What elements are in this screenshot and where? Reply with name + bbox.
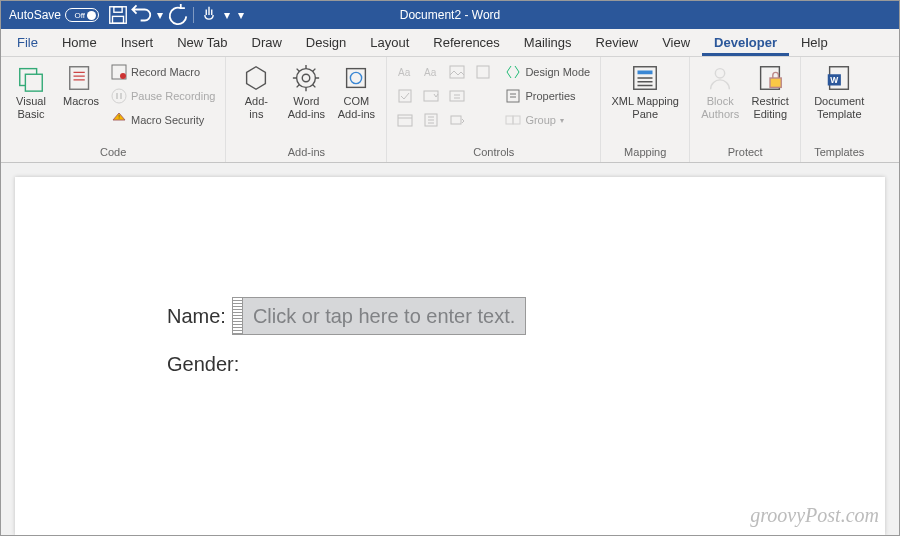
- document-template-icon: W: [824, 63, 854, 93]
- qat-separator: [193, 7, 194, 23]
- document-template-label: Document Template: [814, 95, 864, 121]
- visual-basic-icon: [16, 63, 46, 93]
- save-icon[interactable]: [107, 4, 129, 26]
- group-addins: Add- ins Word Add-ins COM Add-ins Add-in…: [226, 57, 387, 162]
- tab-insert[interactable]: Insert: [109, 30, 166, 56]
- properties-label: Properties: [525, 90, 575, 102]
- group-label-mapping: Mapping: [607, 144, 683, 160]
- properties-icon: [505, 88, 521, 104]
- record-macro-label: Record Macro: [131, 66, 200, 78]
- tab-file[interactable]: File: [5, 30, 50, 56]
- block-authors-button: Block Authors: [696, 61, 744, 123]
- tab-review[interactable]: Review: [584, 30, 651, 56]
- svg-rect-22: [398, 115, 412, 126]
- autosave-toggle[interactable]: AutoSave Off: [1, 8, 107, 22]
- properties-button[interactable]: Properties: [501, 85, 594, 107]
- touch-dropdown-icon[interactable]: ▾: [222, 4, 232, 26]
- svg-point-8: [112, 89, 126, 103]
- autosave-switch[interactable]: Off: [65, 8, 99, 22]
- content-control-handle[interactable]: [233, 298, 243, 334]
- legacy-tools-icon[interactable]: [445, 109, 469, 131]
- group-label-protect: Protect: [696, 144, 794, 160]
- group-templates: W Document Template Templates: [801, 57, 877, 162]
- macros-button[interactable]: Macros: [57, 61, 105, 110]
- tab-design[interactable]: Design: [294, 30, 358, 56]
- restrict-editing-label: Restrict Editing: [752, 95, 789, 121]
- macro-security-button[interactable]: ! Macro Security: [107, 109, 219, 131]
- svg-rect-30: [638, 71, 653, 75]
- pause-recording-button: Pause Recording: [107, 85, 219, 107]
- svg-rect-21: [450, 91, 464, 101]
- svg-rect-14: [347, 69, 366, 88]
- tab-draw[interactable]: Draw: [240, 30, 294, 56]
- tab-new[interactable]: New Tab: [165, 30, 239, 56]
- combo-control-icon[interactable]: [419, 85, 443, 107]
- plain-text-control-icon[interactable]: Aa: [419, 61, 443, 83]
- date-picker-control-icon[interactable]: [393, 109, 417, 131]
- com-addins-label: COM Add-ins: [338, 95, 375, 121]
- addins-button[interactable]: Add- ins: [232, 61, 280, 123]
- rich-text-control-icon[interactable]: Aa: [393, 61, 417, 83]
- group-code: Visual Basic Macros Record Macro Pause R…: [1, 57, 226, 162]
- svg-rect-9: [116, 93, 118, 99]
- undo-icon[interactable]: [131, 4, 153, 26]
- svg-rect-10: [120, 93, 122, 99]
- svg-point-31: [716, 69, 725, 78]
- addins-label: Add- ins: [245, 95, 268, 121]
- xml-mapping-label: XML Mapping Pane: [611, 95, 678, 121]
- document-template-button[interactable]: W Document Template: [807, 61, 871, 123]
- xml-mapping-button[interactable]: XML Mapping Pane: [607, 61, 683, 123]
- visual-basic-label: Visual Basic: [16, 95, 46, 121]
- undo-dropdown-icon[interactable]: ▾: [155, 4, 165, 26]
- building-block-control-icon[interactable]: [471, 61, 495, 83]
- restrict-editing-button[interactable]: Restrict Editing: [746, 61, 794, 123]
- record-macro-icon: [111, 64, 127, 80]
- svg-rect-5: [70, 67, 89, 90]
- tab-view[interactable]: View: [650, 30, 702, 56]
- pause-recording-icon: [111, 88, 127, 104]
- repeating-control-icon[interactable]: [419, 109, 443, 131]
- quick-access-toolbar: ▾ ▾ ▾: [107, 4, 248, 26]
- pause-recording-label: Pause Recording: [131, 90, 215, 102]
- tab-layout[interactable]: Layout: [358, 30, 421, 56]
- group-label-controls: Controls: [393, 144, 594, 160]
- picture-control-icon[interactable]: [445, 61, 469, 83]
- tab-mailings[interactable]: Mailings: [512, 30, 584, 56]
- group-dropdown-icon: ▾: [560, 116, 564, 125]
- redo-icon[interactable]: [167, 4, 189, 26]
- autosave-label: AutoSave: [9, 8, 61, 22]
- ribbon: Visual Basic Macros Record Macro Pause R…: [1, 57, 899, 163]
- tab-home[interactable]: Home: [50, 30, 109, 56]
- tab-developer[interactable]: Developer: [702, 30, 789, 56]
- svg-rect-27: [506, 116, 513, 124]
- group-icon: [505, 112, 521, 128]
- svg-rect-18: [450, 66, 464, 78]
- dropdown-control-icon[interactable]: [445, 85, 469, 107]
- word-addins-label: Word Add-ins: [288, 95, 325, 121]
- svg-rect-25: [477, 66, 489, 78]
- xml-mapping-icon: [630, 63, 660, 93]
- checkbox-control-icon[interactable]: [393, 85, 417, 107]
- svg-rect-1: [114, 7, 122, 13]
- svg-rect-4: [25, 74, 42, 91]
- record-macro-button[interactable]: Record Macro: [107, 61, 219, 83]
- tab-help[interactable]: Help: [789, 30, 840, 56]
- touch-mode-icon[interactable]: [198, 4, 220, 26]
- name-placeholder[interactable]: Click or tap here to enter text.: [243, 298, 525, 334]
- group-mapping: XML Mapping Pane Mapping: [601, 57, 690, 162]
- ribbon-tabs: File Home Insert New Tab Draw Design Lay…: [1, 29, 899, 57]
- word-addins-button[interactable]: Word Add-ins: [282, 61, 330, 123]
- visual-basic-button[interactable]: Visual Basic: [7, 61, 55, 123]
- qat-customize-icon[interactable]: ▾: [234, 4, 248, 26]
- com-addins-button[interactable]: COM Add-ins: [332, 61, 380, 123]
- restrict-editing-icon: [755, 63, 785, 93]
- tab-references[interactable]: References: [421, 30, 511, 56]
- svg-rect-24: [451, 116, 461, 124]
- document-page[interactable]: Name: Click or tap here to enter text. G…: [15, 177, 885, 535]
- svg-point-7: [120, 73, 126, 79]
- design-mode-button[interactable]: Design Mode: [501, 61, 594, 83]
- window-title: Document2 - Word: [400, 8, 500, 22]
- group-protect: Block Authors Restrict Editing Protect: [690, 57, 801, 162]
- autosave-state: Off: [75, 11, 86, 20]
- name-content-control[interactable]: Click or tap here to enter text.: [232, 297, 526, 335]
